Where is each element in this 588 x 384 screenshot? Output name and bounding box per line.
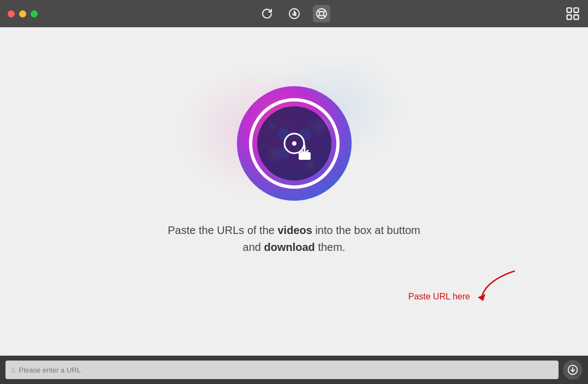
description-text: Paste the URLs of the videos into the bo… — [168, 222, 420, 256]
svg-point-4 — [323, 11, 325, 13]
svg-rect-8 — [574, 8, 578, 13]
titlebar-icons — [258, 5, 330, 22]
svg-marker-28 — [478, 294, 485, 301]
svg-rect-9 — [567, 15, 572, 19]
svg-point-25 — [292, 141, 296, 146]
svg-point-22 — [299, 128, 311, 140]
convert-tab[interactable] — [286, 5, 303, 22]
paste-hint: Paste URL here — [408, 266, 522, 304]
refresh-icon — [260, 7, 274, 20]
convert-icon — [288, 7, 301, 20]
close-button[interactable] — [8, 10, 15, 17]
desc-line2-prefix: and — [243, 241, 264, 253]
bottombar: ⌂ — [0, 356, 588, 384]
url-input-wrapper: ⌂ — [5, 361, 559, 379]
main-content: Paste the URLs of the videos into the bo… — [0, 27, 588, 356]
app-icon — [234, 83, 354, 206]
grid-icon — [565, 6, 580, 21]
download-button[interactable] — [563, 360, 583, 380]
download-reel-tab[interactable] — [313, 5, 330, 22]
svg-point-5 — [318, 15, 319, 17]
desc-bold-videos: videos — [277, 224, 312, 236]
paste-arrow — [473, 266, 522, 304]
titlebar-right[interactable] — [565, 6, 580, 21]
titlebar — [0, 0, 588, 27]
desc-line1-suffix: into the box at buttom — [312, 224, 420, 236]
maximize-button[interactable] — [31, 10, 38, 17]
svg-point-2 — [319, 11, 324, 16]
svg-point-1 — [317, 9, 326, 19]
app-icon-svg — [234, 83, 354, 203]
svg-point-3 — [318, 11, 319, 13]
home-icon: ⌂ — [11, 365, 15, 374]
svg-point-21 — [277, 128, 289, 140]
reel-icon — [315, 7, 328, 20]
refresh-tab[interactable] — [258, 5, 276, 22]
minimize-button[interactable] — [19, 10, 26, 17]
svg-point-23 — [277, 147, 289, 159]
desc-line2-suffix: them. — [315, 241, 346, 253]
svg-rect-10 — [574, 15, 578, 19]
svg-point-6 — [323, 15, 325, 17]
window-controls — [8, 10, 38, 17]
desc-bold-download: download — [264, 241, 315, 253]
paste-url-label: Paste URL here — [408, 292, 470, 302]
url-input[interactable] — [19, 366, 553, 374]
download-icon — [567, 364, 578, 375]
desc-line1-prefix: Paste the URLs of the — [168, 224, 277, 236]
svg-rect-7 — [567, 8, 572, 13]
